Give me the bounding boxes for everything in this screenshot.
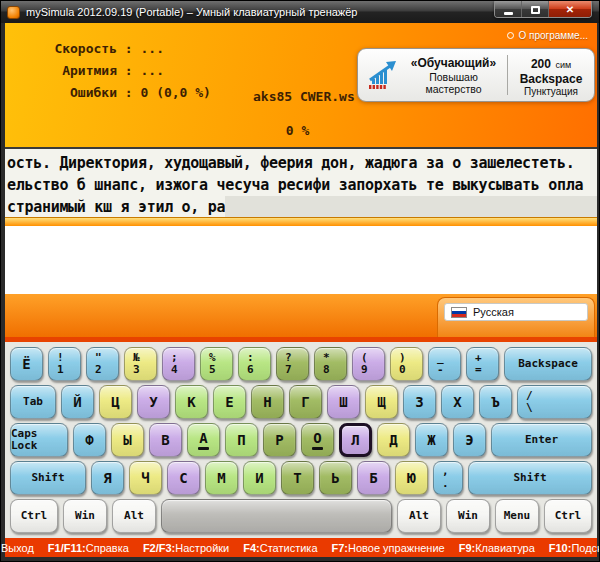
key-5[interactable]: %5	[200, 347, 233, 381]
key-backspace[interactable]: Backspace	[504, 347, 592, 381]
user-name: aks85 CWER.ws	[243, 86, 360, 108]
key-ч[interactable]: Ч	[129, 461, 162, 495]
key-shift-left[interactable]: Shift	[10, 461, 86, 495]
window-controls: ✕	[494, 1, 592, 18]
key-е[interactable]: Е	[213, 385, 246, 419]
key-п[interactable]: П	[225, 423, 258, 457]
key-1[interactable]: !1	[48, 347, 81, 381]
key-win-left[interactable]: Win	[63, 499, 107, 533]
hotkey-f7: F7:Новое упражнение	[332, 542, 445, 554]
key-л[interactable]: Л	[339, 423, 372, 457]
key-н[interactable]: Н	[251, 385, 284, 419]
key-shift-right[interactable]: Shift	[468, 461, 592, 495]
key-в[interactable]: В	[149, 423, 182, 457]
russian-flag-icon	[451, 307, 467, 318]
key-2[interactable]: "2	[86, 347, 119, 381]
stats: Скорость : ...Аритмия : ...Ошибки : 0 (0…	[31, 38, 211, 104]
exercise-line: странимый кш я этил о, ра	[7, 196, 597, 217]
maximize-icon	[531, 6, 540, 14]
home-position-marker	[198, 447, 209, 450]
progress-chart-icon	[366, 58, 400, 92]
key-backslash[interactable]: /\	[517, 385, 592, 419]
key-й[interactable]: Й	[61, 385, 94, 419]
key-tab[interactable]: Tab	[10, 385, 56, 419]
key-э[interactable]: Э	[453, 423, 486, 457]
key-equals[interactable]: +=	[466, 347, 499, 381]
key-т[interactable]: Т	[281, 461, 314, 495]
key-ы[interactable]: Ы	[111, 423, 144, 457]
key-щ[interactable]: Щ	[365, 385, 398, 419]
mode-subtitle: Повышаю мастерство	[408, 71, 499, 95]
key-9[interactable]: (9	[352, 347, 385, 381]
key-ctrl-right[interactable]: Ctrl	[544, 499, 592, 533]
key-7[interactable]: ?7	[276, 347, 309, 381]
key-win-right[interactable]: Win	[446, 499, 490, 533]
key-я[interactable]: Я	[91, 461, 124, 495]
key-и[interactable]: И	[243, 461, 276, 495]
key-alt-right[interactable]: Alt	[397, 499, 441, 533]
key-4[interactable]: ;4	[162, 347, 195, 381]
key-menu[interactable]: Menu	[495, 499, 539, 533]
exercise-text[interactable]: ость. Директория, худощавый, феерия дон,…	[5, 147, 597, 217]
panel-divider	[507, 55, 508, 95]
limit-unit: сим	[555, 60, 571, 70]
key-з[interactable]: З	[403, 385, 436, 419]
key-о[interactable]: О	[301, 423, 334, 457]
key-р[interactable]: Р	[263, 423, 296, 457]
key-у[interactable]: У	[137, 385, 170, 419]
hotkey-f9: F9:Клавиатура	[459, 542, 535, 554]
hotkey-f1-f11: F1/F11:Справка	[48, 542, 129, 554]
key-8[interactable]: *8	[314, 347, 347, 381]
mode-info: «Обучающий» Повышаю мастерство	[408, 56, 499, 95]
key-б[interactable]: Б	[357, 461, 390, 495]
key-ш[interactable]: Ш	[327, 385, 360, 419]
key-а[interactable]: А	[187, 423, 220, 457]
minimize-button[interactable]	[495, 1, 522, 18]
about-link[interactable]: О программе...	[507, 30, 588, 41]
mode-panel[interactable]: «Обучающий» Повышаю мастерство 200 сим B…	[357, 48, 595, 102]
key-д[interactable]: Д	[377, 423, 410, 457]
close-button[interactable]: ✕	[549, 1, 591, 18]
language-label: Русская	[473, 306, 514, 318]
keyboard-row: TabЙЦУКЕНГШЩЗХЪ/\	[10, 385, 592, 419]
key-х[interactable]: Х	[441, 385, 474, 419]
home-position-marker	[312, 447, 323, 450]
key-к[interactable]: К	[175, 385, 208, 419]
key-alt-left[interactable]: Alt	[112, 499, 156, 533]
key-ctrl-left[interactable]: Ctrl	[10, 499, 58, 533]
keyboard-row: Ё!1"2№3;4%5:6?7*8(9)0_-+=Backspace	[10, 347, 592, 381]
key-ю[interactable]: Ю	[395, 461, 428, 495]
key-ф[interactable]: Ф	[73, 423, 106, 457]
key-minus[interactable]: _-	[428, 347, 461, 381]
keyboard-row: CtrlWinAltAltWinMenuCtrl	[10, 499, 592, 533]
key-period[interactable]: ,.	[433, 461, 463, 495]
header: Скорость : ...Аритмия : ...Ошибки : 0 (0…	[5, 23, 597, 147]
key-6[interactable]: :6	[238, 347, 271, 381]
key-г[interactable]: Г	[289, 385, 322, 419]
key-ж[interactable]: Ж	[415, 423, 448, 457]
key-caps-lock[interactable]: Caps Lock	[10, 423, 68, 457]
client-area: Скорость : ...Аритмия : ...Ошибки : 0 (0…	[5, 23, 597, 557]
hotkey-f2-f3: F2/F3:Настройки	[143, 542, 229, 554]
key-enter[interactable]: Enter	[491, 423, 592, 457]
language-band: Русская	[5, 294, 597, 337]
language-box: Русская	[444, 303, 588, 321]
key-yo[interactable]: Ё	[10, 347, 43, 381]
key-ц[interactable]: Ц	[99, 385, 132, 419]
key-3[interactable]: №3	[124, 347, 157, 381]
divider-band	[5, 217, 597, 226]
key-ь[interactable]: Ь	[319, 461, 352, 495]
progress-percent: 0 %	[5, 123, 590, 138]
keyboard-row: ShiftЯЧСМИТЬБЮ,.Shift	[10, 461, 592, 495]
key-space[interactable]	[161, 499, 392, 533]
maximize-button[interactable]	[522, 1, 549, 18]
key-м[interactable]: М	[205, 461, 238, 495]
key-ъ[interactable]: Ъ	[479, 385, 512, 419]
keyboard-row: Caps LockФЫВАПРОЛДЖЭEnter	[10, 423, 592, 457]
language-selector[interactable]: Русская	[437, 297, 595, 337]
key-0[interactable]: )0	[390, 347, 423, 381]
exercise-line: ельство б шнапс, изжога чесуча ресифи за…	[7, 174, 597, 196]
key-с[interactable]: С	[167, 461, 200, 495]
close-icon: ✕	[566, 5, 574, 15]
cursor-rest-highlight	[225, 196, 597, 217]
